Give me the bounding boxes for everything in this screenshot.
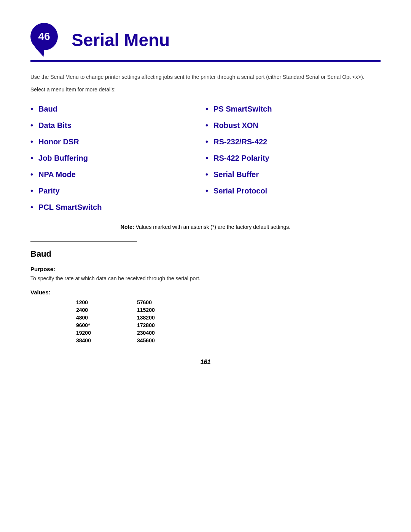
values-table: 1200 57600 2400 115200 4800 138200 9600*… — [76, 299, 381, 343]
value-19200: 19200 — [76, 330, 107, 336]
menu-item-rs232-422[interactable]: RS-232/RS-422 — [206, 134, 381, 150]
note-label: Note: — [121, 224, 134, 230]
badge-arrow — [35, 46, 46, 58]
value-1200: 1200 — [76, 299, 107, 305]
menu-item-robust-xon[interactable]: Robust XON — [206, 117, 381, 134]
menu-item-data-bits[interactable]: Data Bits — [30, 117, 206, 134]
table-row: 38400 345600 — [76, 337, 381, 343]
table-row: 19200 230400 — [76, 330, 381, 336]
section-divider — [30, 241, 137, 242]
note-text: Values marked with an asterisk (*) are t… — [135, 224, 290, 230]
value-138200: 138200 — [137, 315, 167, 321]
table-row: 9600* 172800 — [76, 322, 381, 328]
chapter-number: 46 — [38, 30, 50, 43]
page-number: 161 — [30, 359, 381, 366]
menu-item-serial-buffer[interactable]: Serial Buffer — [206, 166, 381, 183]
value-2400: 2400 — [76, 307, 107, 313]
chapter-badge: 46 — [30, 23, 65, 57]
menu-items-grid: Baud PS SmartSwitch Data Bits Robust XON… — [30, 101, 381, 216]
purpose-text: To specify the rate at which data can be… — [30, 275, 381, 281]
value-38400: 38400 — [76, 337, 107, 343]
purpose-label: Purpose: — [30, 266, 381, 272]
value-172800: 172800 — [137, 322, 167, 328]
menu-item-honor-dsr[interactable]: Honor DSR — [30, 134, 206, 150]
value-9600: 9600* — [76, 322, 107, 328]
values-label: Values: — [30, 289, 381, 296]
table-row: 1200 57600 — [76, 299, 381, 305]
menu-item-pcl-smartswitch[interactable]: PCL SmartSwitch — [30, 199, 206, 216]
value-57600: 57600 — [137, 299, 167, 305]
value-230400: 230400 — [137, 330, 167, 336]
table-row: 4800 138200 — [76, 315, 381, 321]
value-4800: 4800 — [76, 315, 107, 321]
menu-item-npa-mode[interactable]: NPA Mode — [30, 166, 206, 183]
title-underline — [30, 60, 381, 62]
menu-item-parity[interactable]: Parity — [30, 183, 206, 199]
menu-item-serial-protocol[interactable]: Serial Protocol — [206, 183, 381, 199]
baud-section-title: Baud — [30, 249, 381, 259]
menu-item-rs422-polarity[interactable]: RS-422 Polarity — [206, 150, 381, 166]
empty-cell — [206, 199, 381, 216]
table-row: 2400 115200 — [76, 307, 381, 313]
menu-item-ps-smartswitch[interactable]: PS SmartSwitch — [206, 101, 381, 117]
value-345600: 345600 — [137, 337, 167, 343]
page-title: Serial Menu — [72, 30, 170, 50]
select-prompt: Select a menu item for more details: — [30, 86, 381, 93]
intro-paragraph: Use the Serial Menu to change printer se… — [30, 73, 381, 81]
page-header: 46 Serial Menu — [30, 23, 381, 57]
menu-item-job-buffering[interactable]: Job Buffering — [30, 150, 206, 166]
value-115200: 115200 — [137, 307, 167, 313]
note-box: Note: Values marked with an asterisk (*)… — [30, 224, 381, 230]
menu-item-baud[interactable]: Baud — [30, 101, 206, 117]
